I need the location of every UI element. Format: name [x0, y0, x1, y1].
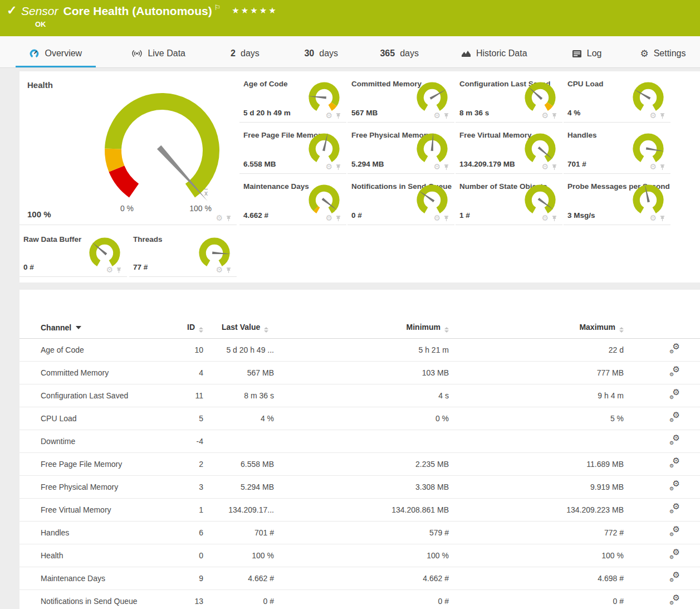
gauge-icon [29, 48, 40, 59]
pin-icon[interactable] [551, 164, 557, 170]
channel-settings-gears-icon[interactable]: ⚙⚙ [669, 527, 680, 537]
last-value: 567 MB [203, 368, 274, 377]
column-label: Channel [41, 323, 71, 332]
table-row-free-page-file-memory: Free Page File Memory26.558 MB2.235 MB11… [19, 453, 700, 476]
minimum-value: 2.235 MB [274, 460, 449, 469]
channel-settings-gears-icon[interactable]: ⚙⚙ [669, 573, 680, 582]
channel-settings-gears-icon[interactable]: ⚙⚙ [669, 596, 680, 605]
tab-live-data[interactable]: Live Data [111, 36, 206, 67]
tab-overview[interactable]: Overview [0, 36, 111, 67]
channel-id: -4 [182, 437, 203, 446]
gear-icon[interactable]: ⚙ [541, 111, 549, 119]
tab-log[interactable]: Log [547, 36, 625, 67]
gear-icon[interactable]: ⚙ [325, 111, 332, 119]
tab-30-days[interactable]: 30days [284, 36, 358, 67]
tab-365-days[interactable]: 365days [358, 36, 440, 67]
gauge-value: 77 # [133, 263, 148, 271]
column-header-id[interactable]: ID [182, 323, 203, 333]
column-header-maximum[interactable]: Maximum [449, 323, 624, 333]
maximum-value: 134.209.223 MB [449, 505, 624, 514]
priority-stars[interactable]: ★★★★★ [232, 6, 277, 15]
last-value: 5.294 MB [203, 483, 274, 491]
gear-icon[interactable]: ⚙ [216, 266, 223, 274]
tab-settings[interactable]: ⚙Settings [626, 36, 700, 67]
channel-settings-gears-icon[interactable]: ⚙⚙ [669, 413, 680, 422]
gear-icon[interactable]: ⚙ [541, 163, 549, 170]
gear-icon[interactable]: ⚙ [433, 214, 440, 222]
priority-flag-icon[interactable]: ⚐ [214, 3, 221, 12]
gauge-card-age-of-code: Age of Code5 d 20 h 49 m⚙ [239, 71, 346, 123]
pin-icon[interactable] [116, 267, 122, 274]
column-header-minimum[interactable]: Minimum [274, 323, 449, 333]
channel-name: Age of Code [19, 345, 182, 354]
pin-icon[interactable] [551, 113, 557, 119]
channel-id: 5 [182, 414, 203, 423]
gear-icon[interactable]: ⚙ [216, 214, 223, 222]
table-row-age-of-code: Age of Code105 d 20 h 49 ...5 h 21 m22 d… [19, 339, 700, 362]
health-card-value: 100 % [27, 210, 51, 219]
sort-icon [199, 327, 203, 333]
gear-icon[interactable]: ⚙ [649, 214, 657, 222]
gauge-value: 5 d 20 h 49 m [243, 109, 291, 117]
column-label: Maximum [579, 323, 615, 332]
tab-bar: OverviewLive Data2days30days365daysHisto… [0, 36, 700, 68]
tab-2-days[interactable]: 2days [206, 36, 284, 67]
gauge-card-number-of-state-objects: Number of State Objects1 #⚙ [456, 174, 562, 225]
last-value: 4.662 # [203, 574, 274, 583]
column-label: ID [187, 323, 195, 332]
minimum-value: 100 % [274, 551, 449, 560]
pin-icon[interactable] [335, 113, 341, 119]
channel-settings-gears-icon[interactable]: ⚙⚙ [669, 481, 680, 491]
channel-settings-gears-icon[interactable]: ⚙⚙ [669, 459, 680, 468]
pin-icon[interactable] [443, 215, 449, 222]
minimum-value: 4.662 # [274, 574, 449, 583]
tab-historic-data[interactable]: Historic Data [440, 36, 547, 67]
gear-icon[interactable]: ⚙ [433, 111, 440, 119]
pin-icon[interactable] [659, 113, 665, 119]
card-actions: ⚙ [541, 111, 557, 119]
channel-settings-gears-icon[interactable]: ⚙⚙ [669, 367, 680, 377]
gauge-value: 1 # [459, 211, 470, 220]
card-actions: ⚙ [325, 163, 341, 170]
gauge-title: Raw Data Buffer [23, 235, 81, 243]
column-header-last-value[interactable]: Last Value [203, 323, 274, 333]
pin-icon[interactable] [226, 215, 232, 222]
gear-icon[interactable]: ⚙ [433, 163, 440, 170]
gear-icon[interactable]: ⚙ [541, 214, 549, 222]
maximum-value: 100 % [449, 551, 624, 560]
tab-number: 2 [231, 48, 236, 59]
pin-icon[interactable] [551, 215, 557, 222]
pin-icon[interactable] [659, 164, 665, 170]
tab-label: Live Data [148, 48, 185, 59]
gauge-value: 0 # [351, 211, 362, 220]
pin-icon[interactable] [443, 164, 449, 170]
gauge-value: 4 % [567, 109, 580, 117]
channel-id: 1 [182, 505, 203, 514]
pin-icon[interactable] [226, 267, 232, 274]
channel-settings-gears-icon[interactable]: ⚙⚙ [669, 550, 680, 559]
gear-icon[interactable]: ⚙ [325, 163, 332, 170]
gear-icon[interactable]: ⚙ [325, 214, 332, 222]
column-header-channel[interactable]: Channel [19, 323, 182, 332]
table-row-cpu-load: CPU Load54 %0 %5 %⚙⚙ [19, 407, 700, 430]
log-icon [572, 50, 582, 58]
column-label: Minimum [407, 323, 440, 332]
pin-icon[interactable] [335, 164, 341, 170]
health-gauge [19, 71, 237, 225]
tab-label: Historic Data [476, 48, 527, 59]
pin-icon[interactable] [443, 113, 449, 119]
gear-icon[interactable]: ⚙ [106, 266, 113, 274]
channel-settings-gears-icon[interactable]: ⚙⚙ [669, 504, 680, 514]
sort-icon [444, 327, 449, 333]
gear-icon[interactable]: ⚙ [649, 111, 657, 119]
gauge-value: 3 Msg/s [567, 211, 595, 220]
channel-settings-gears-icon[interactable]: ⚙⚙ [669, 344, 680, 354]
pin-icon[interactable] [335, 215, 341, 222]
pin-icon[interactable] [659, 215, 665, 222]
channel-name: CPU Load [19, 414, 182, 423]
channel-settings-gears-icon[interactable]: ⚙⚙ [669, 390, 680, 399]
channel-settings-gears-icon[interactable]: ⚙⚙ [669, 436, 680, 445]
gear-icon[interactable]: ⚙ [649, 163, 657, 170]
card-actions: ⚙ [106, 266, 122, 274]
maximum-value: 11.689 MB [449, 460, 624, 469]
